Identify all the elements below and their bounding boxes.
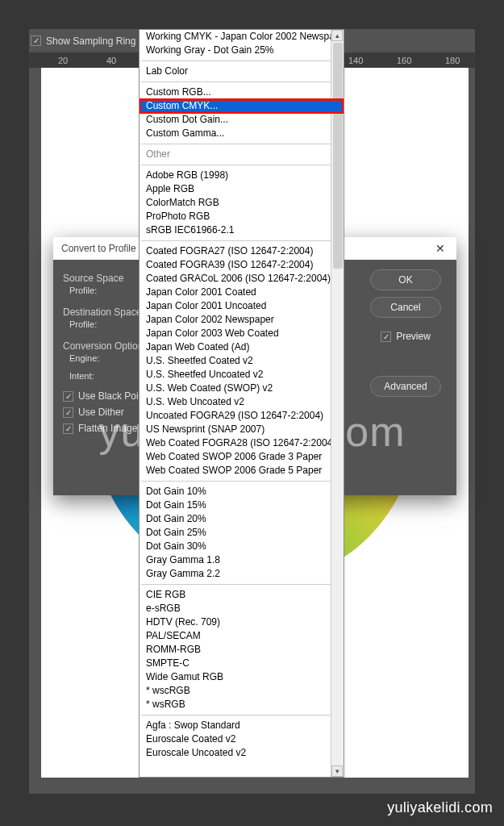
dropdown-item[interactable]: Gray Gamma 1.8 <box>140 553 344 567</box>
dropdown-separator <box>141 584 342 585</box>
dropdown-item[interactable]: ColorMatch RGB <box>140 196 344 210</box>
dropdown-item[interactable]: Gray Gamma 2.2 <box>140 567 344 581</box>
dropdown-separator <box>141 144 342 144</box>
preview-label: Preview <box>396 331 431 342</box>
preview-row[interactable]: ✓ Preview <box>381 331 431 342</box>
dropdown-item[interactable]: SMPTE-C <box>140 657 344 670</box>
dropdown-item[interactable]: Apple RGB <box>140 182 344 196</box>
checkbox-use-black[interactable]: ✓ <box>63 391 73 402</box>
dropdown-item[interactable]: Custom Dot Gain... <box>140 113 344 127</box>
checkbox-flatten[interactable]: ✓ <box>63 423 73 434</box>
dropdown-item[interactable]: Dot Gain 10% <box>140 485 344 499</box>
dropdown-item[interactable]: ROMM-RGB <box>140 643 344 657</box>
close-icon[interactable]: ✕ <box>432 242 448 255</box>
dropdown-item[interactable]: U.S. Web Coated (SWOP) v2 <box>140 382 344 395</box>
dropdown-item[interactable]: Custom Gamma... <box>140 127 344 140</box>
advanced-button[interactable]: Advanced <box>370 376 441 397</box>
dropdown-item[interactable]: Web Coated FOGRA28 (ISO 12647-2:2004) <box>140 436 344 450</box>
dropdown-separator <box>141 481 342 482</box>
ruler-mark: 140 <box>348 56 373 65</box>
ok-button[interactable]: OK <box>370 269 441 290</box>
dropdown-item[interactable]: CIE RGB <box>140 588 344 602</box>
ruler-mark: 40 <box>106 56 131 65</box>
dropdown-item[interactable]: e-sRGB <box>140 602 344 615</box>
dropdown-item[interactable]: U.S. Web Uncoated v2 <box>140 395 344 409</box>
dropdown-item[interactable]: * wsRGB <box>140 698 344 711</box>
dropdown-item[interactable]: Agfa : Swop Standard <box>140 719 344 732</box>
dropdown-item[interactable]: Coated FOGRA39 (ISO 12647-2:2004) <box>140 258 344 272</box>
checkbox-sampling-ring[interactable]: ✓ <box>31 35 41 46</box>
dropdown-item[interactable]: Euroscale Coated v2 <box>140 732 344 746</box>
dropdown-item[interactable]: * wscRGB <box>140 684 344 698</box>
scroll-up-icon[interactable]: ▴ <box>331 30 343 41</box>
dropdown-item[interactable]: Coated GRACoL 2006 (ISO 12647-2:2004) <box>140 272 344 286</box>
dropdown-item[interactable]: Dot Gain 25% <box>140 526 344 540</box>
dropdown-item[interactable]: Japan Web Coated (Ad) <box>140 340 344 354</box>
cancel-button[interactable]: Cancel <box>370 297 441 318</box>
dropdown-item-selected[interactable]: Custom CMYK... <box>140 99 344 113</box>
dropdown-separator <box>141 81 342 82</box>
scroll-thumb[interactable] <box>333 43 343 269</box>
dropdown-item[interactable]: Web Coated SWOP 2006 Grade 3 Paper <box>140 450 344 464</box>
dropdown-separator <box>141 240 342 241</box>
ruler-mark: 160 <box>397 56 421 65</box>
dropdown-scrollbar[interactable]: ▴ ▾ <box>331 30 344 777</box>
dialog-right-column: OK Cancel ✓ Preview Advanced <box>358 268 447 434</box>
sampling-ring-label: Show Sampling Ring <box>46 35 135 47</box>
dropdown-item[interactable]: Working Gray - Dot Gain 25% <box>140 44 344 57</box>
dropdown-item[interactable]: Japan Color 2002 Newspaper <box>140 313 344 327</box>
dropdown-item[interactable]: Japan Color 2001 Uncoated <box>140 299 344 313</box>
ruler-mark: 20 <box>58 56 82 65</box>
scroll-down-icon[interactable]: ▾ <box>331 766 343 777</box>
dropdown-item[interactable]: Dot Gain 15% <box>140 499 344 512</box>
dropdown-item[interactable]: sRGB IEC61966-2.1 <box>140 223 344 237</box>
dropdown-item[interactable]: Wide Gamut RGB <box>140 670 344 684</box>
profile-dropdown-list[interactable]: Working CMYK - Japan Color 2002 Newspape… <box>139 29 344 778</box>
dropdown-item[interactable]: Lab Color <box>140 65 344 78</box>
dropdown-item: Other <box>140 148 344 161</box>
checkbox-preview[interactable]: ✓ <box>381 332 391 342</box>
watermark-text: yuliyakelidi.com <box>387 799 493 816</box>
dropdown-item[interactable]: Web Coated SWOP 2006 Grade 5 Paper <box>140 464 344 478</box>
dropdown-item[interactable]: U.S. Sheetfed Coated v2 <box>140 354 344 368</box>
dropdown-item[interactable]: Japan Color 2001 Coated <box>140 286 344 299</box>
dropdown-item[interactable]: Uncoated FOGRA29 (ISO 12647-2:2004) <box>140 409 344 423</box>
dropdown-item[interactable]: Working CMYK - Japan Color 2002 Newspape… <box>140 30 344 44</box>
dropdown-item[interactable]: Custom RGB... <box>140 86 344 99</box>
dropdown-item[interactable]: Japan Color 2003 Web Coated <box>140 327 344 340</box>
dropdown-item[interactable]: Euroscale Uncoated v2 <box>140 746 344 760</box>
checkbox-use-dither[interactable]: ✓ <box>63 407 73 418</box>
dropdown-item[interactable]: Adobe RGB (1998) <box>140 169 344 182</box>
dropdown-separator <box>141 715 342 715</box>
dropdown-item[interactable]: Coated FOGRA27 (ISO 12647-2:2004) <box>140 244 344 258</box>
use-dither-label: Use Dither <box>78 407 124 418</box>
dropdown-separator <box>141 165 342 165</box>
dropdown-item[interactable]: US Newsprint (SNAP 2007) <box>140 423 344 436</box>
dialog-title-text: Convert to Profile <box>61 243 136 254</box>
dropdown-item[interactable]: Dot Gain 20% <box>140 512 344 526</box>
dropdown-separator <box>141 60 342 61</box>
dropdown-item[interactable]: ProPhoto RGB <box>140 210 344 223</box>
dropdown-item[interactable]: Dot Gain 30% <box>140 540 344 553</box>
dropdown-item[interactable]: HDTV (Rec. 709) <box>140 615 344 629</box>
dropdown-item[interactable]: PAL/SECAM <box>140 629 344 643</box>
ruler-mark: 180 <box>445 56 469 65</box>
dropdown-item[interactable]: U.S. Sheetfed Uncoated v2 <box>140 368 344 382</box>
